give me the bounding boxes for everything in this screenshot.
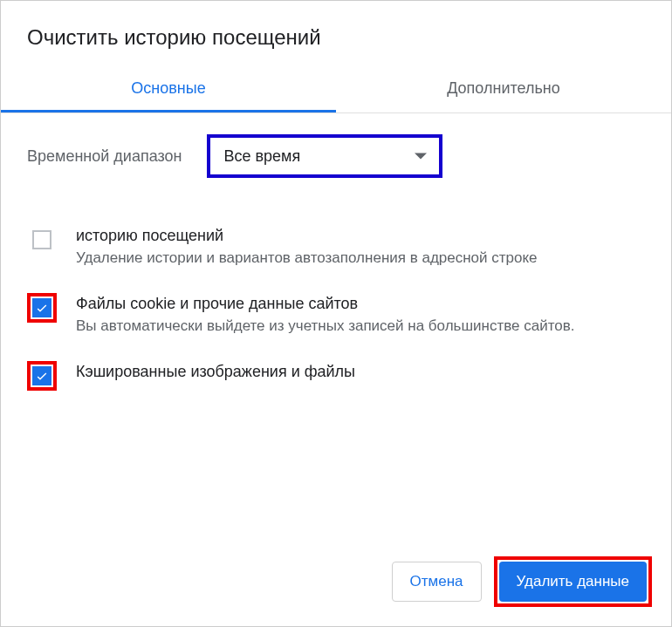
checkbox-browsing-history[interactable] xyxy=(32,230,51,249)
option-title: Файлы cookie и прочие данные сайтов xyxy=(76,295,575,313)
dialog-title: Очистить историю посещений xyxy=(1,25,671,69)
option-text: Кэшированные изображения и файлы xyxy=(76,361,355,385)
option-cookies: Файлы cookie и прочие данные сайтов Вы а… xyxy=(27,281,645,349)
checkbox-frame xyxy=(27,361,57,391)
checkbox-cookies[interactable] xyxy=(32,298,51,317)
option-text: историю посещений Удаление истории и вар… xyxy=(76,225,538,269)
tab-basic[interactable]: Основные xyxy=(1,69,336,112)
option-title: историю посещений xyxy=(76,227,538,245)
check-icon xyxy=(35,301,49,315)
checkbox-cache[interactable] xyxy=(32,366,51,385)
option-sub: Удаление истории и вариантов автозаполне… xyxy=(76,249,538,269)
options-list: историю посещений Удаление истории и вар… xyxy=(27,213,645,403)
tabs: Основные Дополнительно xyxy=(1,69,671,113)
clear-browsing-data-dialog: Очистить историю посещений Основные Допо… xyxy=(0,0,672,627)
time-range-label: Временной диапазон xyxy=(27,147,182,166)
confirm-button-highlight: Удалить данные xyxy=(494,556,652,607)
checkbox-frame xyxy=(27,293,57,323)
option-title: Кэшированные изображения и файлы xyxy=(76,363,355,381)
check-icon xyxy=(35,369,49,383)
dialog-body: Временной диапазон Все время историю пос… xyxy=(1,113,671,541)
tab-advanced[interactable]: Дополнительно xyxy=(336,69,671,112)
dialog-footer: Отмена Удалить данные xyxy=(1,541,671,626)
option-browsing-history: историю посещений Удаление истории и вар… xyxy=(27,213,645,281)
time-range-select[interactable]: Все время xyxy=(207,134,442,178)
option-sub: Вы автоматически выйдете из учетных запи… xyxy=(76,317,575,337)
option-cache: Кэшированные изображения и файлы xyxy=(27,349,645,403)
option-text: Файлы cookie и прочие данные сайтов Вы а… xyxy=(76,293,575,337)
confirm-button[interactable]: Удалить данные xyxy=(499,562,647,602)
chevron-down-icon xyxy=(415,153,427,160)
checkbox-frame xyxy=(27,225,57,255)
time-range-value: Все время xyxy=(224,147,301,166)
cancel-button[interactable]: Отмена xyxy=(392,562,482,602)
time-range-row: Временной диапазон Все время xyxy=(27,134,645,178)
